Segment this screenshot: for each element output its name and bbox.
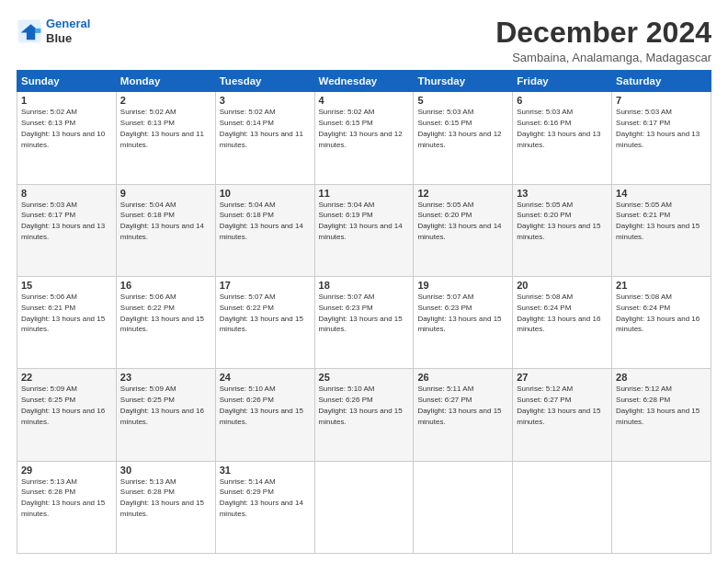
calendar-header-sunday: Sunday [17,71,117,92]
calendar-cell: 10Sunrise: 5:04 AMSunset: 6:18 PMDayligh… [215,184,314,276]
page: General Blue December 2024 Sambaina, Ana… [0,0,728,563]
day-info: Sunrise: 5:03 AMSunset: 6:16 PMDaylight:… [517,108,600,148]
day-number: 11 [319,188,410,199]
calendar-cell: 3Sunrise: 5:02 AMSunset: 6:14 PMDaylight… [215,92,314,184]
title-section: December 2024 Sambaina, Analamanga, Mada… [495,17,711,64]
day-number: 8 [21,188,112,199]
calendar-cell: 15Sunrise: 5:06 AMSunset: 6:21 PMDayligh… [17,276,117,368]
logo-text: General Blue [46,17,90,45]
day-number: 17 [220,280,311,291]
calendar-cell [414,461,513,553]
day-number: 19 [417,280,508,291]
day-number: 27 [517,372,608,383]
calendar-cell: 29Sunrise: 5:13 AMSunset: 6:28 PMDayligh… [17,461,117,553]
calendar-cell: 11Sunrise: 5:04 AMSunset: 6:19 PMDayligh… [314,184,414,276]
day-info: Sunrise: 5:10 AMSunset: 6:26 PMDaylight:… [319,385,403,425]
day-info: Sunrise: 5:07 AMSunset: 6:22 PMDaylight:… [220,293,303,333]
calendar-cell: 9Sunrise: 5:04 AMSunset: 6:18 PMDaylight… [116,184,215,276]
calendar-cell: 2Sunrise: 5:02 AMSunset: 6:13 PMDaylight… [116,92,215,184]
day-number: 13 [517,188,608,199]
day-info: Sunrise: 5:08 AMSunset: 6:24 PMDaylight:… [517,293,600,333]
calendar-cell: 14Sunrise: 5:05 AMSunset: 6:21 PMDayligh… [612,184,711,276]
calendar-cell: 8Sunrise: 5:03 AMSunset: 6:17 PMDaylight… [17,184,117,276]
calendar-week-row: 29Sunrise: 5:13 AMSunset: 6:28 PMDayligh… [17,461,711,553]
day-info: Sunrise: 5:12 AMSunset: 6:28 PMDaylight:… [616,385,700,425]
day-number: 12 [417,188,508,199]
calendar-cell: 18Sunrise: 5:07 AMSunset: 6:23 PMDayligh… [314,276,414,368]
day-info: Sunrise: 5:02 AMSunset: 6:13 PMDaylight:… [120,108,204,148]
day-number: 6 [517,95,608,106]
day-number: 25 [319,372,410,383]
calendar-week-row: 15Sunrise: 5:06 AMSunset: 6:21 PMDayligh… [17,276,711,368]
calendar-cell: 28Sunrise: 5:12 AMSunset: 6:28 PMDayligh… [612,369,711,461]
day-info: Sunrise: 5:05 AMSunset: 6:20 PMDaylight:… [517,201,600,241]
day-info: Sunrise: 5:03 AMSunset: 6:17 PMDaylight:… [616,108,700,148]
day-info: Sunrise: 5:07 AMSunset: 6:23 PMDaylight:… [319,293,403,333]
day-number: 23 [120,372,211,383]
logo-icon [17,18,42,44]
day-info: Sunrise: 5:02 AMSunset: 6:13 PMDaylight:… [21,108,105,148]
svg-marker-2 [35,28,40,32]
calendar-header-wednesday: Wednesday [314,71,414,92]
day-number: 21 [616,280,707,291]
day-info: Sunrise: 5:04 AMSunset: 6:19 PMDaylight:… [319,201,403,241]
calendar-cell [513,461,612,553]
day-info: Sunrise: 5:14 AMSunset: 6:29 PMDaylight:… [220,477,303,518]
day-number: 18 [319,280,410,291]
day-number: 26 [417,372,508,383]
day-number: 5 [417,95,508,106]
day-number: 3 [220,95,311,106]
day-number: 10 [220,188,311,199]
calendar-cell: 16Sunrise: 5:06 AMSunset: 6:22 PMDayligh… [116,276,215,368]
calendar-cell: 1Sunrise: 5:02 AMSunset: 6:13 PMDaylight… [17,92,117,184]
day-info: Sunrise: 5:07 AMSunset: 6:23 PMDaylight:… [417,293,501,333]
calendar-header-friday: Friday [513,71,612,92]
calendar-cell: 12Sunrise: 5:05 AMSunset: 6:20 PMDayligh… [414,184,513,276]
day-info: Sunrise: 5:03 AMSunset: 6:15 PMDaylight:… [417,108,501,148]
day-info: Sunrise: 5:06 AMSunset: 6:22 PMDaylight:… [120,293,204,333]
calendar-cell: 23Sunrise: 5:09 AMSunset: 6:25 PMDayligh… [116,369,215,461]
day-info: Sunrise: 5:10 AMSunset: 6:26 PMDaylight:… [220,385,303,425]
calendar-table: SundayMondayTuesdayWednesdayThursdayFrid… [17,70,711,554]
calendar-cell: 19Sunrise: 5:07 AMSunset: 6:23 PMDayligh… [414,276,513,368]
calendar-cell [612,461,711,553]
calendar-cell: 7Sunrise: 5:03 AMSunset: 6:17 PMDaylight… [612,92,711,184]
calendar-cell: 4Sunrise: 5:02 AMSunset: 6:15 PMDaylight… [314,92,414,184]
day-info: Sunrise: 5:11 AMSunset: 6:27 PMDaylight:… [417,385,501,425]
day-number: 28 [616,372,707,383]
calendar-cell: 24Sunrise: 5:10 AMSunset: 6:26 PMDayligh… [215,369,314,461]
day-number: 15 [21,280,112,291]
calendar-cell: 27Sunrise: 5:12 AMSunset: 6:27 PMDayligh… [513,369,612,461]
calendar-cell: 6Sunrise: 5:03 AMSunset: 6:16 PMDaylight… [513,92,612,184]
day-number: 30 [120,465,211,476]
calendar-week-row: 1Sunrise: 5:02 AMSunset: 6:13 PMDaylight… [17,92,711,184]
day-number: 29 [21,465,112,476]
calendar-cell: 25Sunrise: 5:10 AMSunset: 6:26 PMDayligh… [314,369,414,461]
day-info: Sunrise: 5:08 AMSunset: 6:24 PMDaylight:… [616,293,700,333]
day-info: Sunrise: 5:09 AMSunset: 6:25 PMDaylight:… [120,385,204,425]
calendar-header-saturday: Saturday [612,71,711,92]
day-info: Sunrise: 5:03 AMSunset: 6:17 PMDaylight:… [21,201,105,241]
calendar-cell: 31Sunrise: 5:14 AMSunset: 6:29 PMDayligh… [215,461,314,553]
day-info: Sunrise: 5:05 AMSunset: 6:21 PMDaylight:… [616,201,700,241]
day-info: Sunrise: 5:02 AMSunset: 6:14 PMDaylight:… [220,108,303,148]
calendar-cell: 22Sunrise: 5:09 AMSunset: 6:25 PMDayligh… [17,369,117,461]
day-number: 9 [120,188,211,199]
calendar-cell: 20Sunrise: 5:08 AMSunset: 6:24 PMDayligh… [513,276,612,368]
day-info: Sunrise: 5:12 AMSunset: 6:27 PMDaylight:… [517,385,600,425]
main-title: December 2024 [495,17,711,49]
day-number: 2 [120,95,211,106]
day-info: Sunrise: 5:04 AMSunset: 6:18 PMDaylight:… [120,201,204,241]
calendar-cell: 21Sunrise: 5:08 AMSunset: 6:24 PMDayligh… [612,276,711,368]
day-number: 16 [120,280,211,291]
day-number: 31 [220,465,311,476]
calendar-header-row: SundayMondayTuesdayWednesdayThursdayFrid… [17,71,711,92]
calendar-header-monday: Monday [116,71,215,92]
calendar-cell: 5Sunrise: 5:03 AMSunset: 6:15 PMDaylight… [414,92,513,184]
day-info: Sunrise: 5:06 AMSunset: 6:21 PMDaylight:… [21,293,105,333]
calendar-cell [314,461,414,553]
day-number: 14 [616,188,707,199]
day-number: 24 [220,372,311,383]
day-info: Sunrise: 5:13 AMSunset: 6:28 PMDaylight:… [120,477,204,518]
day-info: Sunrise: 5:04 AMSunset: 6:18 PMDaylight:… [220,201,303,241]
